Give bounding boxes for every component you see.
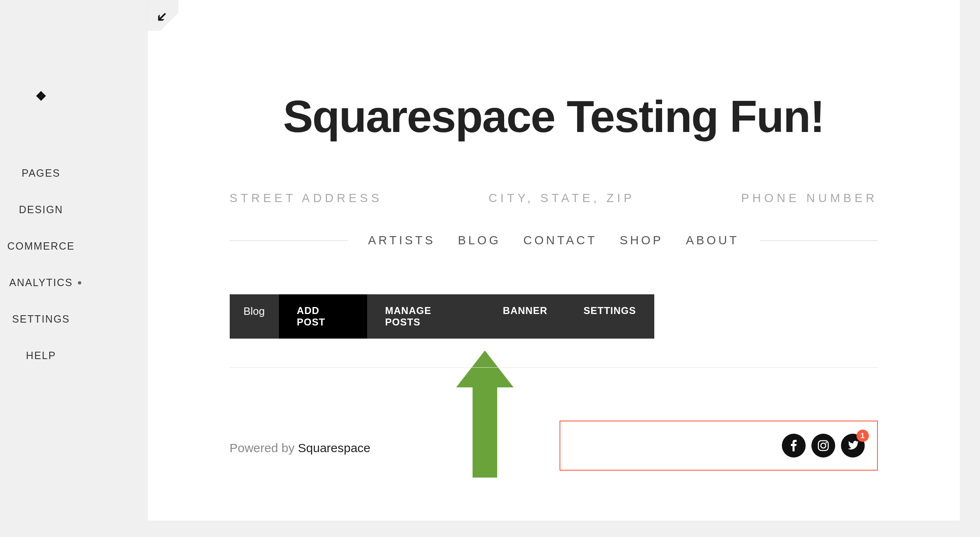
street-address[interactable]: STREET ADDRESS <box>230 191 383 205</box>
squarespace-logo-icon[interactable] <box>31 86 51 106</box>
svg-point-5 <box>825 442 827 444</box>
sidebar-label: SETTINGS <box>12 313 70 325</box>
nav-items: ARTISTS BLOG CONTACT SHOP ABOUT <box>368 234 739 247</box>
sidebar-item-pages[interactable]: PAGES <box>22 167 60 179</box>
toolbar-page-label: Blog <box>230 294 279 339</box>
nav-divider-right <box>760 240 878 241</box>
sidebar-item-analytics[interactable]: ANALYTICS <box>9 277 73 289</box>
info-row: STREET ADDRESS CITY, STATE, ZIP PHONE NU… <box>148 142 960 230</box>
blog-toolbar: Blog ADD POST MANAGE POSTS BANNER SETTIN… <box>230 294 654 339</box>
svg-point-4 <box>821 443 826 448</box>
sidebar-label: PAGES <box>22 167 60 179</box>
settings-button[interactable]: SETTINGS <box>565 294 654 339</box>
sidebar-label: ANALYTICS <box>9 277 73 289</box>
add-post-button[interactable]: ADD POST <box>279 294 367 339</box>
notification-badge: 1 <box>857 430 869 442</box>
sidebar-item-help[interactable]: HELP <box>26 350 56 362</box>
site-nav: ARTISTS BLOG CONTACT SHOP ABOUT <box>148 230 960 251</box>
facebook-icon[interactable] <box>782 434 806 457</box>
site-title[interactable]: Squarespace Testing Fun! <box>148 0 960 142</box>
manage-posts-button[interactable]: MANAGE POSTS <box>367 294 485 339</box>
expand-arrow-icon: ➔ <box>151 7 171 26</box>
admin-sidebar: PAGES DESIGN COMMERCE ANALYTICS SETTINGS… <box>0 0 82 537</box>
site-footer: Powered by Squarespace 1 <box>230 421 878 471</box>
twitter-icon[interactable]: 1 <box>841 434 865 457</box>
nav-link-artists[interactable]: ARTISTS <box>368 234 435 247</box>
city-state-zip[interactable]: CITY, STATE, ZIP <box>489 191 635 205</box>
expand-corner[interactable]: ➔ <box>148 0 178 31</box>
nav-divider-left <box>230 240 348 241</box>
sidebar-item-settings[interactable]: SETTINGS <box>12 313 70 325</box>
site-preview: ➔ Squarespace Testing Fun! STREET ADDRES… <box>148 0 960 521</box>
sidebar-item-design[interactable]: DESIGN <box>19 204 63 216</box>
nav-link-blog[interactable]: BLOG <box>458 234 501 247</box>
indicator-dot-icon <box>78 281 81 284</box>
phone-number[interactable]: PHONE NUMBER <box>741 191 878 205</box>
sidebar-label: HELP <box>26 350 56 362</box>
nav-link-about[interactable]: ABOUT <box>686 234 739 247</box>
powered-brand[interactable]: Squarespace <box>298 441 370 455</box>
sidebar-label: DESIGN <box>19 204 63 216</box>
powered-by: Powered by Squarespace <box>230 421 371 455</box>
svg-rect-3 <box>818 441 828 451</box>
nav-link-contact[interactable]: CONTACT <box>523 234 597 247</box>
sidebar-item-commerce[interactable]: COMMERCE <box>7 240 75 252</box>
banner-button[interactable]: BANNER <box>485 294 566 339</box>
powered-prefix: Powered by <box>230 441 298 455</box>
main-area: ➔ Squarespace Testing Fun! STREET ADDRES… <box>82 0 980 537</box>
nav-link-shop[interactable]: SHOP <box>620 234 663 247</box>
social-block[interactable]: 1 <box>560 421 878 471</box>
sidebar-nav: PAGES DESIGN COMMERCE ANALYTICS SETTINGS… <box>7 167 75 362</box>
footer-divider <box>230 367 878 368</box>
sidebar-label: COMMERCE <box>7 240 75 252</box>
instagram-icon[interactable] <box>811 434 835 457</box>
